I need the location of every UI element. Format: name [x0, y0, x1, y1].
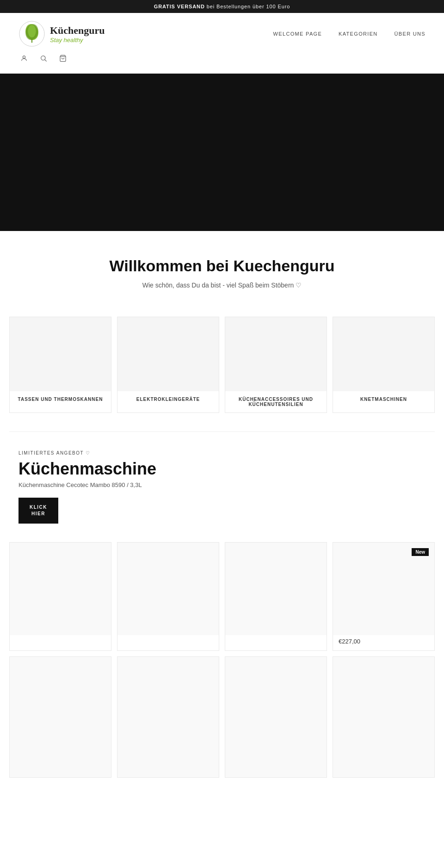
klick-hier-button[interactable]: KLICKHIER — [18, 498, 58, 524]
category-image-tassen — [10, 317, 111, 391]
nav-welcome[interactable]: WELCOME PAGE — [273, 31, 322, 37]
limited-offer-tag: LIMITIERTES ANGEBOT ♡ — [18, 450, 426, 456]
products-section: New €227,00 — [0, 533, 444, 796]
product-image-7 — [225, 657, 327, 777]
limited-offer-subtitle: Küchenmaschine Cecotec Mambo 8590 / 3,3L — [18, 481, 426, 488]
svg-point-3 — [28, 25, 36, 37]
limited-offer-section: LIMITIERTES ANGEBOT ♡ Küchenmaschine Küc… — [0, 432, 444, 533]
product-card-8[interactable] — [333, 656, 435, 778]
site-header: Küchenguru Stay healthy WELCOME PAGE KAT… — [0, 13, 444, 74]
product-card-4[interactable]: New €227,00 — [333, 542, 435, 651]
products-row-2 — [9, 656, 435, 778]
welcome-subtitle: Wie schön, dass Du da bist - viel Spaß b… — [18, 281, 426, 289]
product-image-6 — [117, 657, 219, 777]
account-icon — [20, 55, 28, 62]
category-label-elektro: ELEKTROKLEINGERÄTE — [117, 391, 219, 407]
svg-line-7 — [45, 60, 47, 62]
product-image-5 — [10, 657, 111, 777]
categories-grid: TASSEN UND THERMOSKANNEN ELEKTROKLEINGER… — [0, 307, 444, 431]
search-icon — [40, 55, 47, 62]
product-card-7[interactable] — [225, 656, 327, 778]
product-card-5[interactable] — [9, 656, 111, 778]
category-image-elektro — [117, 317, 219, 391]
product-card-2[interactable] — [117, 542, 219, 651]
hero-banner — [0, 74, 444, 231]
svg-point-6 — [41, 56, 45, 60]
product-price-4: €227,00 — [333, 635, 434, 650]
nav-uber-uns[interactable]: ÜBER UNS — [395, 31, 426, 37]
product-image-1 — [10, 543, 111, 635]
limited-offer-title: Küchenmaschine — [18, 459, 426, 479]
category-label-tassen: TASSEN UND THERMOSKANNEN — [10, 391, 111, 407]
product-card-6[interactable] — [117, 656, 219, 778]
category-image-accessoires — [225, 317, 327, 391]
category-label-accessoires: KÜCHENACCESSOIRES UND KÜCHENUTENSILIEN — [225, 391, 327, 412]
logo[interactable]: Küchenguru Stay healthy — [18, 20, 105, 47]
category-image-knetmaschinen — [333, 317, 434, 391]
search-icon-button[interactable] — [38, 53, 49, 66]
header-icons — [18, 53, 426, 66]
svg-point-5 — [23, 56, 25, 58]
product-image-2 — [117, 543, 219, 635]
category-elektro[interactable]: ELEKTROKLEINGERÄTE — [117, 317, 219, 413]
logo-icon — [18, 20, 45, 47]
welcome-title: Willkommen bei Kuechenguru — [18, 257, 426, 275]
products-row-1: New €227,00 — [9, 542, 435, 651]
product-image-4 — [333, 543, 434, 635]
logo-tagline: Stay healthy — [50, 37, 105, 44]
category-label-knetmaschinen: KNETMASCHINEN — [333, 391, 434, 407]
top-banner: GRATIS VERSAND bei Bestellungen über 100… — [0, 0, 444, 13]
category-accessoires[interactable]: KÜCHENACCESSOIRES UND KÜCHENUTENSILIEN — [225, 317, 327, 413]
main-nav: WELCOME PAGE KATEGORIEN ÜBER UNS — [273, 31, 426, 37]
account-icon-button[interactable] — [18, 53, 30, 66]
welcome-section: Willkommen bei Kuechenguru Wie schön, da… — [0, 231, 444, 307]
cart-icon-button[interactable] — [57, 53, 68, 66]
product-card-3[interactable] — [225, 542, 327, 651]
product-image-3 — [225, 543, 327, 635]
cart-icon — [59, 55, 67, 62]
category-tassen[interactable]: TASSEN UND THERMOSKANNEN — [9, 317, 111, 413]
banner-bold-text: GRATIS VERSAND — [154, 4, 205, 9]
product-image-8 — [333, 657, 434, 777]
banner-normal-text: bei Bestellungen über 100 Euro — [205, 4, 290, 9]
category-knetmaschinen[interactable]: KNETMASCHINEN — [333, 317, 435, 413]
new-badge: New — [412, 548, 429, 556]
nav-kategorien[interactable]: KATEGORIEN — [339, 31, 378, 37]
logo-text: Küchenguru Stay healthy — [50, 25, 105, 44]
product-card-1[interactable] — [9, 542, 111, 651]
logo-name: Küchenguru — [50, 25, 105, 37]
